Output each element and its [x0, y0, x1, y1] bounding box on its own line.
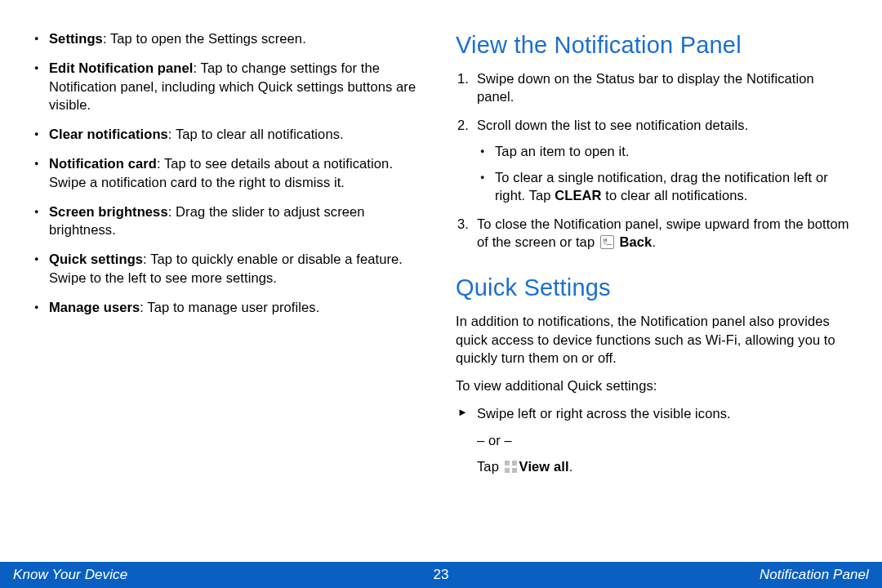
- heading-quick-settings: Quick Settings: [456, 272, 851, 304]
- arrow-text: Swipe left or right across the visible i…: [477, 406, 731, 421]
- list-item: Edit Notification panel: Tap to change s…: [31, 59, 426, 114]
- step-item: Swipe down on the Status bar to display …: [456, 69, 851, 106]
- desc: : Tap to open the Settings screen.: [103, 31, 306, 46]
- term: Notification card: [49, 156, 157, 171]
- bold-word: View all: [519, 459, 569, 474]
- list-item: To clear a single notification, drag the…: [477, 168, 851, 205]
- page-footer: Know Your Device 23 Notification Panel: [0, 562, 882, 588]
- qs-paragraph: In addition to notifications, the Notifi…: [456, 312, 851, 367]
- desc: : Tap to clear all notifications.: [168, 127, 344, 141]
- list-item: Notification card: Tap to see details ab…: [31, 154, 426, 191]
- step-item: To close the Notification panel, swipe u…: [456, 215, 851, 252]
- step-item: Scroll down the list to see notification…: [456, 116, 851, 205]
- view-all-grid-icon: [505, 461, 517, 473]
- steps-list: Swipe down on the Status bar to display …: [456, 69, 851, 251]
- list-item: Manage users: Tap to manage user profile…: [31, 298, 426, 316]
- desc: : Tap to manage user profiles.: [140, 300, 319, 314]
- bold-word: Back: [620, 234, 653, 249]
- list-item: Tap an item to open it.: [477, 142, 851, 160]
- term: Settings: [49, 31, 103, 46]
- step-text: .: [652, 234, 656, 249]
- sub-text: to clear all notifications.: [602, 188, 748, 203]
- term: Edit Notification panel: [49, 60, 193, 75]
- tap-text: .: [569, 459, 573, 474]
- arrow-item: Swipe left or right across the visible i…: [456, 404, 851, 422]
- page-body: Settings: Tap to open the Settings scree…: [0, 0, 882, 550]
- term: Manage users: [49, 300, 140, 314]
- list-item: Screen brightness: Drag the slider to ad…: [31, 203, 426, 239]
- term: Clear notifications: [49, 127, 168, 141]
- term: Quick settings: [49, 252, 143, 266]
- left-column: Settings: Tap to open the Settings scree…: [31, 29, 426, 550]
- qs-lead: To view additional Quick settings:: [456, 376, 851, 394]
- list-item: Quick settings: Tap to quickly enable or…: [31, 250, 426, 287]
- tap-text: Tap: [477, 459, 503, 474]
- right-column: View the Notification Panel Swipe down o…: [456, 29, 851, 550]
- term: Screen brightness: [49, 204, 168, 219]
- or-separator: – or –: [456, 431, 851, 449]
- step-text: To close the Notification panel, swipe u…: [477, 216, 849, 249]
- step-text: Scroll down the list to see notification…: [477, 118, 748, 132]
- bold-word: CLEAR: [555, 188, 601, 203]
- sub-list: Tap an item to open it. To clear a singl…: [477, 142, 851, 205]
- back-icon: [600, 235, 614, 249]
- feature-list: Settings: Tap to open the Settings scree…: [31, 29, 426, 316]
- list-item: Settings: Tap to open the Settings scree…: [31, 29, 426, 47]
- heading-view-panel: View the Notification Panel: [456, 29, 851, 61]
- list-item: Clear notifications: Tap to clear all no…: [31, 125, 426, 143]
- tap-line: Tap View all.: [456, 457, 851, 475]
- step-text: Swipe down on the Status bar to display …: [477, 71, 814, 104]
- sub-text: Tap an item to open it.: [495, 144, 630, 158]
- footer-page-number: 23: [0, 566, 882, 585]
